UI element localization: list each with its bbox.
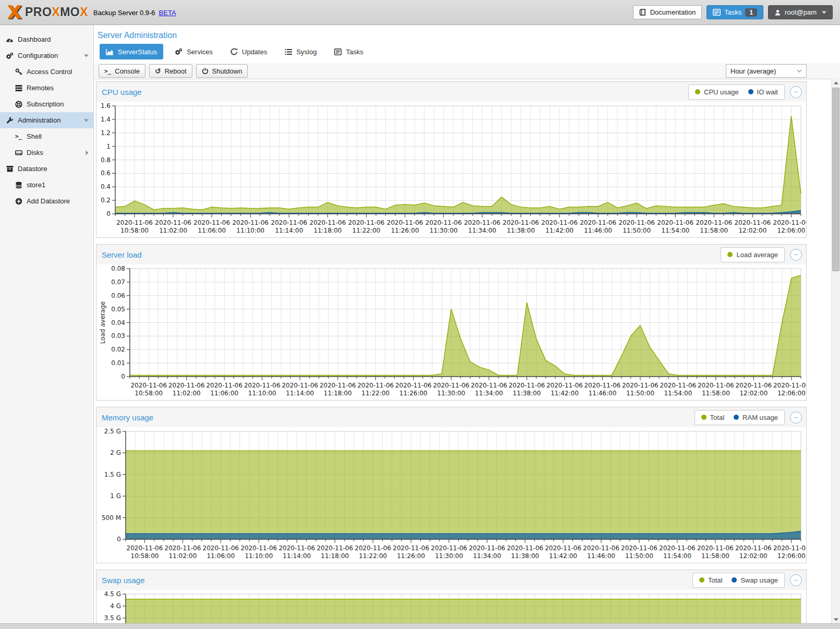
svg-text:11:34:00: 11:34:00 [475, 390, 503, 397]
tab-services[interactable]: Services [168, 44, 219, 59]
collapse-panel-button[interactable]: − [790, 86, 802, 98]
legend-item-total[interactable]: Total [701, 414, 724, 421]
reboot-button[interactable]: ↺Reboot [149, 64, 192, 78]
svg-text:12:06:00: 12:06:00 [777, 227, 806, 234]
terminal-icon: >_ [104, 68, 111, 75]
svg-text:2020-11-06: 2020-11-06 [357, 382, 394, 389]
sidebar-item-access-control[interactable]: Access Control [0, 64, 93, 80]
legend-item-load-average[interactable]: Load average [727, 251, 778, 259]
svg-text:4.5 G: 4.5 G [104, 590, 121, 598]
svg-text:2.5 G: 2.5 G [104, 428, 121, 435]
legend-item-cpu-usage[interactable]: CPU usage [695, 88, 738, 96]
svg-text:2020-11-06: 2020-11-06 [433, 382, 469, 389]
tab-serverstatus[interactable]: ServerStatus [100, 44, 163, 59]
scrollbar-thumb[interactable] [832, 88, 839, 271]
tab-label: Updates [242, 48, 267, 56]
legend-dot [748, 89, 753, 94]
tab-updates[interactable]: Updates [224, 44, 273, 59]
key-icon [14, 68, 23, 76]
sidebar-item-label: Access Control [27, 68, 72, 76]
scroll-down-arrow[interactable] [832, 615, 840, 624]
svg-text:11:10:00: 11:10:00 [236, 227, 264, 234]
legend-dot [699, 577, 704, 583]
legend-dot [695, 89, 700, 94]
legend-swap: TotalSwap usage [692, 573, 785, 588]
svg-text:0.06: 0.06 [111, 292, 125, 299]
legend-label: IO wait [757, 88, 778, 96]
scroll-up-arrow[interactable] [832, 79, 840, 87]
svg-text:11:06:00: 11:06:00 [206, 552, 235, 560]
legend-dot [732, 577, 737, 583]
svg-text:2020-11-06: 2020-11-06 [696, 219, 732, 226]
collapse-panel-button[interactable]: − [790, 412, 802, 424]
sidebar-item-datastore[interactable]: Datastore [0, 161, 93, 177]
sidebar-item-label: Datastore [18, 165, 47, 173]
svg-text:2020-11-06: 2020-11-06 [503, 219, 539, 226]
collapse-panel-button[interactable]: − [790, 574, 802, 586]
brand-text: PROXMOX [25, 5, 88, 19]
sidebar-item-label: Shell [27, 132, 42, 140]
sidebar-item-label: Dashboard [18, 35, 51, 43]
svg-text:11:14:00: 11:14:00 [286, 390, 314, 397]
chevron-down-icon [84, 54, 89, 57]
svg-text:2020-11-06: 2020-11-06 [657, 219, 693, 226]
sidebar-item-remotes[interactable]: Remotes [0, 80, 93, 96]
sidebar-item-configuration[interactable]: Configuration [0, 47, 93, 64]
sidebar-item-administration[interactable]: Administration [0, 112, 93, 128]
legend-item-io-wait[interactable]: IO wait [748, 88, 778, 96]
panel-header: Swap usageTotalSwap usage− [96, 570, 806, 590]
sidebar-item-subscription[interactable]: Subscription [0, 96, 93, 112]
svg-text:2 G: 2 G [110, 449, 121, 456]
shutdown-button[interactable]: Shutdown [196, 64, 248, 78]
svg-text:11:38:00: 11:38:00 [513, 390, 541, 397]
task-list-icon [713, 9, 721, 16]
svg-text:11:42:00: 11:42:00 [545, 227, 574, 234]
book-icon [639, 9, 647, 16]
cpu-chart: 00.20.40.60.811.21.41.62020-11-0610:58:0… [96, 102, 806, 237]
beta-link[interactable]: BETA [159, 9, 176, 17]
documentation-button[interactable]: Documentation [633, 5, 702, 19]
svg-text:2020-11-06: 2020-11-06 [580, 219, 616, 226]
legend-item-ram-usage[interactable]: RAM usage [734, 414, 778, 421]
top-bar: PROXMOX Backup Server 0.9-6 BETA Documen… [0, 0, 840, 25]
svg-text:0.02: 0.02 [111, 346, 125, 353]
sidebar-item-store1[interactable]: store1 [0, 177, 93, 193]
svg-text:2020-11-06: 2020-11-06 [584, 382, 620, 389]
tab-tasks[interactable]: Tasks [328, 44, 369, 59]
sidebar-item-label: Configuration [18, 52, 58, 59]
collapse-panel-button[interactable]: − [790, 249, 802, 261]
gears-icon [5, 52, 14, 59]
timeframe-select[interactable]: Hour (average) [726, 64, 807, 78]
sidebar-item-label: Subscription [27, 100, 64, 108]
panel-body: 0500 M1 G1.5 G2 G2.5 G2020-11-0610:58:00… [96, 427, 806, 563]
svg-text:0.6: 0.6 [101, 170, 111, 177]
legend-item-swap-usage[interactable]: Swap usage [732, 576, 778, 584]
vertical-scrollbar[interactable] [831, 79, 840, 624]
svg-text:2020-11-06: 2020-11-06 [659, 545, 696, 552]
svg-text:2020-11-06: 2020-11-06 [193, 219, 230, 226]
tab-syslog[interactable]: Syslog [278, 44, 323, 59]
svg-text:3.5 G: 3.5 G [104, 614, 121, 622]
svg-text:11:54:00: 11:54:00 [664, 390, 692, 397]
svg-text:2020-11-06: 2020-11-06 [583, 545, 619, 552]
tab-label: Services [187, 48, 213, 56]
sidebar-item-disks[interactable]: Disks [0, 144, 93, 161]
tab-label: ServerStatus [118, 48, 157, 56]
memory-chart: 0500 M1 G1.5 G2 G2.5 G2020-11-0610:58:00… [96, 427, 806, 563]
svg-text:12:02:00: 12:02:00 [739, 390, 768, 397]
terminal-icon: >_ [14, 133, 23, 140]
svg-text:11:06:00: 11:06:00 [198, 227, 226, 234]
charts-area: CPU usageCPU usageIO wait−00.20.40.60.81… [94, 79, 807, 624]
sidebar-item-dashboard[interactable]: Dashboard [0, 31, 93, 47]
legend-item-total[interactable]: Total [699, 576, 722, 584]
svg-text:11:30:00: 11:30:00 [430, 227, 458, 234]
svg-text:Load average: Load average [99, 301, 106, 344]
svg-text:11:18:00: 11:18:00 [324, 390, 352, 397]
svg-text:0.07: 0.07 [111, 279, 125, 286]
sidebar-item-shell[interactable]: >_Shell [0, 128, 93, 144]
console-button[interactable]: >_Console [99, 64, 145, 78]
sidebar-item-add-datastore[interactable]: Add Datastore [0, 193, 93, 209]
user-menu-button[interactable]: root@pam [768, 5, 833, 19]
tasks-button[interactable]: Tasks 1 [707, 5, 763, 19]
svg-text:500 M: 500 M [102, 514, 121, 522]
